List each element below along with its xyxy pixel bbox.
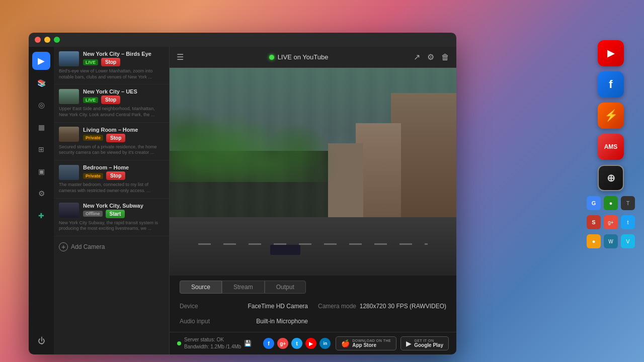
list-item[interactable]: New York City, Subway Offline Start New … — [54, 199, 169, 236]
stop-button[interactable]: Stop — [101, 96, 120, 104]
status-badge: Offline — [83, 211, 103, 217]
add-camera-button[interactable]: + Add Camera — [54, 236, 169, 257]
sidebar-icon-power[interactable]: ⏻ — [32, 331, 50, 349]
small-app-tw[interactable]: t — [621, 215, 635, 229]
camera-name: New York City – Birds Eye — [83, 51, 164, 57]
five-app-icon[interactable]: ⊕ — [598, 165, 624, 191]
small-app-t1[interactable]: T — [621, 196, 635, 210]
camera-mode-label: Camera mode — [318, 303, 356, 310]
video-icon: ▣ — [38, 167, 45, 175]
foliage-overlay — [170, 68, 456, 182]
live-dot — [269, 55, 274, 60]
close-button[interactable] — [35, 37, 41, 43]
list-item[interactable]: New York City – UES LIVE Stop Upper East… — [54, 84, 169, 122]
start-button[interactable]: Start — [106, 210, 125, 218]
tab-source[interactable]: Source — [180, 281, 222, 294]
small-app-google[interactable]: G — [587, 196, 601, 210]
camera-info: New York City – UES LIVE Stop — [83, 88, 164, 104]
camera-name: New York City, Subway — [83, 203, 164, 209]
youtube-social-button[interactable]: ▶ — [305, 338, 316, 349]
stop-button[interactable]: Stop — [106, 171, 125, 180]
sidebar-icon-books[interactable]: 📚 — [32, 74, 50, 92]
road-lines — [198, 243, 428, 245]
list-item[interactable]: Bedroom – Home Private Stop The master b… — [54, 160, 169, 198]
app-store-button[interactable]: 🍎 Download on the App Store — [336, 336, 396, 350]
medical-icon: ✚ — [38, 212, 44, 220]
sidebar-icon-logo[interactable]: ▶ — [32, 52, 50, 70]
apple-icon: 🍎 — [341, 339, 350, 347]
road — [170, 217, 456, 276]
small-app-v[interactable]: V — [621, 234, 635, 248]
google-play-button[interactable]: ▶ GET IT ON Google Play — [400, 336, 449, 350]
linkedin-social-button[interactable]: in — [319, 338, 331, 349]
topbar-actions: ↗ ⚙ 🗑 — [414, 52, 449, 62]
facebook-app-icon[interactable]: f — [598, 71, 624, 98]
audio-input-value: Built-in Microphone — [256, 318, 308, 325]
list-item[interactable]: New York City – Birds Eye LIVE Stop Bird… — [54, 47, 169, 84]
device-label: Device — [180, 303, 198, 310]
bandwidth-text: Bandwidth: 1.2Mb /1.4Mb — [184, 343, 241, 350]
status-dot — [177, 341, 181, 345]
settings-icon[interactable]: ⚙ — [427, 52, 434, 62]
add-icon: + — [59, 242, 68, 251]
camera-name: New York City – UES — [83, 88, 164, 95]
list-icon: ▦ — [38, 123, 45, 131]
sidebar-icon-grid[interactable]: ⊞ — [32, 140, 50, 158]
camera-status-row: Offline Start — [83, 210, 164, 218]
audio-input-label: Audio input — [180, 318, 210, 325]
live-indicator: LIVE on YouTube — [190, 53, 408, 61]
device-row: Device FaceTime HD Camera — [180, 301, 308, 312]
sidebar-icon-video[interactable]: ▣ — [32, 162, 50, 180]
camera-thumbnail — [59, 89, 79, 104]
books-icon: 📚 — [37, 79, 46, 87]
delete-icon[interactable]: 🗑 — [441, 53, 449, 62]
google-play-title: Google Play — [414, 342, 443, 348]
audio-input-row: Audio input Built-in Microphone — [180, 316, 308, 327]
sidebar-icon-medical[interactable]: ✚ — [32, 207, 50, 225]
status-badge: LIVE — [83, 97, 98, 103]
list-item[interactable]: Living Room – Home Private Stop Secured … — [54, 123, 169, 160]
camera-header: New York City, Subway Offline Start — [59, 203, 164, 218]
status-badge: LIVE — [83, 59, 98, 65]
google-social-button[interactable]: g+ — [277, 338, 288, 349]
small-apps-row-1: G ● T — [587, 196, 635, 210]
small-app-gold[interactable]: ● — [587, 234, 601, 248]
thunder-app-icon[interactable]: ⚡ — [598, 103, 624, 129]
minimize-button[interactable] — [44, 37, 50, 43]
video-background — [170, 68, 456, 276]
ams-app-icon[interactable]: AMS — [598, 134, 624, 160]
car — [270, 245, 300, 255]
small-app-g2[interactable]: g+ — [604, 215, 618, 229]
twitter-social-button[interactable]: t — [291, 338, 302, 349]
camera-thumbnail — [59, 203, 79, 218]
sidebar-icon-location[interactable]: ◎ — [32, 96, 50, 114]
camera-thumbnail — [59, 165, 79, 180]
sidebar-icon-list[interactable]: ▦ — [32, 118, 50, 136]
small-app-grn[interactable]: ● — [604, 196, 618, 210]
camera-info: Living Room – Home Private Stop — [83, 127, 164, 142]
social-icons: f g+ t ▶ in — [263, 338, 331, 349]
sidebar-icon-settings[interactable]: ⚙ — [32, 185, 50, 203]
device-value: FaceTime HD Camera — [248, 303, 308, 310]
tab-stream[interactable]: Stream — [222, 281, 265, 294]
camera-status-row: LIVE Stop — [83, 58, 164, 66]
menu-icon[interactable]: ☰ — [177, 52, 184, 62]
small-app-s[interactable]: S — [587, 215, 601, 229]
small-apps-row-3: ● W V — [587, 234, 635, 248]
facebook-social-button[interactable]: f — [263, 338, 274, 349]
store-buttons: 🍎 Download on the App Store ▶ GET IT ON … — [336, 336, 449, 350]
camera-header: New York City – UES LIVE Stop — [59, 88, 164, 104]
tab-output[interactable]: Output — [265, 281, 306, 294]
app-store-subtitle: Download on the — [352, 339, 391, 342]
footer: Server status: OK Bandwidth: 1.2Mb /1.4M… — [170, 332, 456, 354]
small-app-wp[interactable]: W — [604, 234, 618, 248]
share-icon[interactable]: ↗ — [414, 52, 420, 62]
stop-button[interactable]: Stop — [106, 134, 125, 142]
youtube-app-icon[interactable]: ▶ — [598, 40, 624, 66]
maximize-button[interactable] — [54, 37, 60, 43]
stop-button[interactable]: Stop — [101, 58, 120, 66]
server-status-text: Server status: OK — [184, 336, 241, 343]
video-preview — [170, 68, 456, 276]
main-content: ☰ LIVE on YouTube ↗ ⚙ 🗑 — [170, 47, 456, 354]
camera-info: Bedroom – Home Private Stop — [83, 164, 164, 180]
